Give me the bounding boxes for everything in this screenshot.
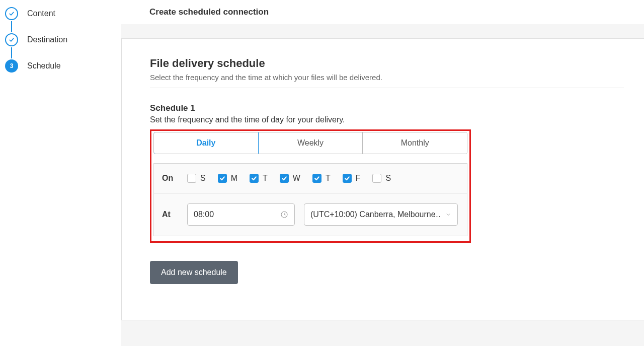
checkbox[interactable] [187,174,196,183]
content-background: File delivery schedule Select the freque… [121,24,644,346]
day-sunday[interactable]: S [187,174,206,183]
tab-daily[interactable]: Daily [153,132,259,154]
step-label: Schedule [27,61,61,71]
day-label: T [263,174,268,183]
check-icon [5,33,18,46]
day-label: M [231,174,237,183]
tab-weekly[interactable]: Weekly [258,132,363,154]
step-destination[interactable]: Destination [5,32,121,47]
day-friday[interactable]: F [343,174,361,183]
checkbox[interactable] [280,174,289,183]
day-monday[interactable]: M [218,174,237,183]
checkbox[interactable] [372,174,381,183]
day-tuesday[interactable]: T [250,174,268,183]
chevron-down-icon [445,212,451,218]
day-saturday[interactable]: S [372,174,391,183]
page-title: Create scheduled connection [121,0,644,24]
step-connector [11,21,12,32]
day-wednesday[interactable]: W [280,174,300,183]
tab-monthly[interactable]: Monthly [362,132,467,154]
checkbox[interactable] [312,174,321,183]
step-connector [11,47,12,58]
main-content: Create scheduled connection File deliver… [121,0,644,346]
step-content[interactable]: Content [5,6,121,21]
clock-icon [280,211,288,219]
schedule-panel: File delivery schedule Select the freque… [121,38,644,320]
check-icon [5,7,18,20]
step-schedule[interactable]: 3 Schedule [5,58,121,74]
step-number-badge: 3 [5,59,18,73]
add-schedule-button[interactable]: Add new schedule [150,261,238,284]
section-subtitle: Select the frequency and the time at whi… [150,73,644,82]
schedule-heading: Schedule 1 [150,103,644,113]
at-label: At [162,210,187,219]
day-thursday[interactable]: T [312,174,331,183]
schedule-settings-table: On S M [153,163,467,236]
time-value: 08:00 [194,210,214,219]
on-label: On [162,174,187,183]
day-label: T [326,174,331,183]
section-title: File delivery schedule [150,57,644,70]
time-row: At 08:00 (UTC+10:00) Canberra, Melbourne… [154,193,467,236]
wizard-steps-sidebar: Content Destination 3 Schedule [0,0,121,346]
day-label: S [200,174,206,183]
timezone-select[interactable]: (UTC+10:00) Canberra, Melbourne… [304,203,458,226]
step-label: Destination [27,35,67,44]
checkbox[interactable] [343,174,352,183]
days-row: On S M [154,164,467,193]
day-checkbox-group: S M T [187,174,391,183]
time-input[interactable]: 08:00 [187,203,295,226]
frequency-tabs: Daily Weekly Monthly [153,132,467,154]
schedule-subheading: Set the frequency and the time of day fo… [150,115,644,124]
divider [150,88,624,88]
day-label: S [385,174,391,183]
step-label: Content [27,9,55,18]
timezone-value: (UTC+10:00) Canberra, Melbourne… [310,210,441,219]
schedule-highlight-box: Daily Weekly Monthly On S [150,129,471,243]
checkbox[interactable] [218,174,227,183]
checkbox[interactable] [250,174,259,183]
day-label: W [293,174,300,183]
day-label: F [356,174,361,183]
